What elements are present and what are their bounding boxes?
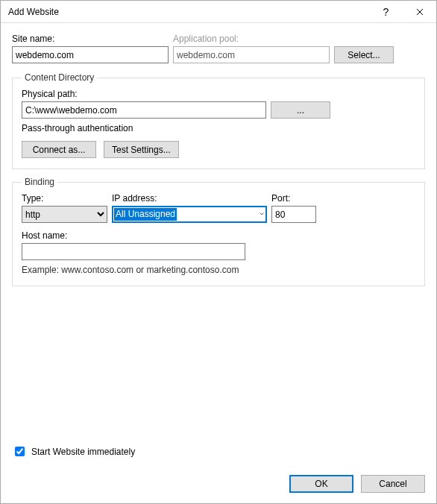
start-immediately-label: Start Website immediately	[31, 447, 135, 457]
ip-label: IP address:	[112, 193, 267, 204]
start-immediately-checkbox[interactable]	[15, 447, 25, 456]
dialog-footer: Start Website immediately OK Cancel	[1, 437, 436, 503]
chevron-down-icon: ⌵	[260, 208, 264, 216]
window-title: Add Website	[8, 7, 369, 17]
browse-button[interactable]: ...	[271, 101, 330, 119]
host-name-label: Host name:	[22, 230, 245, 241]
type-select[interactable]: http	[22, 206, 107, 223]
dialog-content: Site name: Application pool: Select... C…	[1, 23, 436, 286]
type-label: Type:	[22, 193, 107, 204]
select-app-pool-button[interactable]: Select...	[334, 46, 394, 63]
pass-through-label: Pass-through authentication	[22, 123, 415, 133]
binding-group: Binding Type: http IP address: All Unass…	[12, 177, 425, 286]
connect-as-button[interactable]: Connect as...	[22, 141, 96, 158]
help-button[interactable]: ?	[369, 1, 403, 23]
binding-legend: Binding	[22, 177, 57, 187]
physical-path-input[interactable]	[22, 101, 266, 119]
app-pool-label: Application pool:	[173, 34, 330, 44]
physical-path-label: Physical path:	[22, 89, 415, 99]
ip-address-value: All Unassigned	[114, 208, 177, 221]
cancel-button[interactable]: Cancel	[361, 475, 425, 493]
test-settings-button[interactable]: Test Settings...	[104, 141, 179, 158]
port-label: Port:	[271, 193, 316, 204]
host-name-input[interactable]	[22, 243, 245, 260]
port-input[interactable]	[271, 206, 316, 223]
content-directory-group: Content Directory Physical path: ... Pas…	[12, 72, 425, 169]
site-name-input[interactable]	[12, 46, 169, 63]
ip-address-select[interactable]: All Unassigned ⌵	[112, 206, 267, 223]
app-pool-input	[173, 46, 330, 63]
host-name-example: Example: www.contoso.com or marketing.co…	[22, 265, 415, 275]
close-icon	[416, 8, 424, 16]
ok-button[interactable]: OK	[289, 475, 353, 493]
site-name-label: Site name:	[12, 34, 169, 44]
titlebar: Add Website ?	[1, 1, 436, 23]
close-button[interactable]	[403, 1, 436, 23]
content-directory-legend: Content Directory	[22, 72, 97, 83]
